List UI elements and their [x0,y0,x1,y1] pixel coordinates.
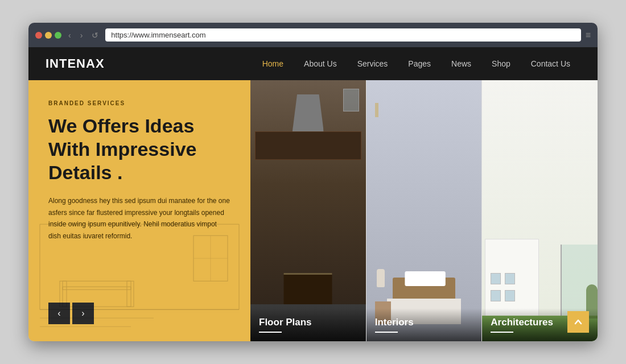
nav-link-home[interactable]: Home [252,55,294,73]
maximize-btn[interactable] [55,32,61,39]
site-content: INTENAX Home About Us Services Pages New… [28,47,598,341]
nav-link-contact[interactable]: Contact Us [521,55,580,73]
scroll-top-button[interactable] [567,311,589,333]
interiors-label-text: Interiors [375,317,473,328]
nav-item-home[interactable]: Home [252,55,294,73]
floor-plans-label-text: Floor Plans [259,317,357,328]
floor-plans-panel[interactable]: Floor Plans [250,80,366,341]
interiors-underline [375,332,398,333]
nav-item-about[interactable]: About Us [294,55,347,73]
nav-item-contact[interactable]: Contact Us [521,55,580,73]
site-logo: INTENAX [46,56,105,71]
panel-divider-1 [366,80,366,341]
nav-link-news[interactable]: News [441,55,481,73]
refresh-button[interactable]: ↺ [89,30,101,41]
floor-plans-label: Floor Plans [250,308,366,341]
nav-link-about[interactable]: About Us [294,55,347,73]
nav-link-pages[interactable]: Pages [398,55,441,73]
browser-menu-button[interactable]: ≡ [586,30,591,40]
svg-rect-9 [60,281,67,307]
back-button[interactable]: ‹ [66,30,73,41]
hero-section: BRANDED SERVICES We Offers Ideas With Im… [28,80,598,341]
forward-button[interactable]: › [78,30,85,41]
interiors-label: Interiors [366,308,482,341]
nav-item-services[interactable]: Services [347,55,398,73]
interiors-panel[interactable]: Interiors [366,80,482,341]
chevron-up-icon [574,317,583,326]
panel-divider-2 [481,80,482,341]
svg-rect-8 [63,281,131,289]
hero-left-panel: BRANDED SERVICES We Offers Ideas With Im… [28,80,250,341]
interior-sketch [28,198,250,341]
nav-links: Home About Us Services Pages News Shop C… [252,55,580,73]
svg-rect-10 [127,281,134,307]
close-btn[interactable] [35,32,42,39]
site-nav: INTENAX Home About Us Services Pages New… [28,47,598,80]
nav-item-pages[interactable]: Pages [398,55,441,73]
browser-window: ‹ › ↺ https://www.immenseart.com ≡ INTEN… [28,23,598,341]
nav-item-shop[interactable]: Shop [481,55,521,73]
architectures-underline [491,332,513,333]
minimize-btn[interactable] [45,32,52,39]
nav-link-services[interactable]: Services [347,55,398,73]
browser-chrome: ‹ › ↺ https://www.immenseart.com ≡ [28,23,598,47]
traffic-lights [35,32,61,39]
hero-right-panels: Floor Plans [250,80,598,341]
nav-link-shop[interactable]: Shop [481,55,521,73]
architectures-panel[interactable]: Architectures [482,80,598,341]
address-bar[interactable]: https://www.immenseart.com [105,28,580,42]
floor-plans-underline [259,332,282,333]
hero-subtitle: BRANDED SERVICES [48,100,230,106]
nav-item-news[interactable]: News [441,55,481,73]
hero-title: We Offers Ideas With Impressive Details … [48,114,230,184]
